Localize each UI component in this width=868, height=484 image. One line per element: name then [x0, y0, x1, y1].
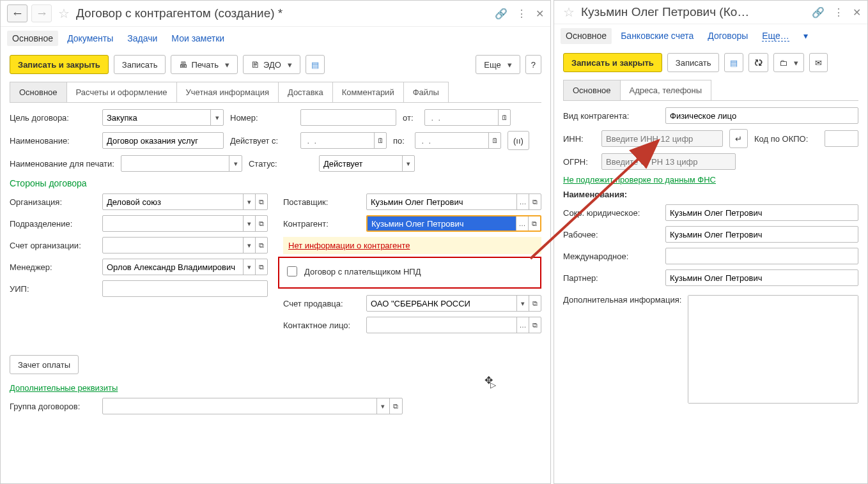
- name-input[interactable]: [102, 132, 224, 149]
- barcode-button[interactable]: (ıı): [508, 131, 529, 150]
- open-icon[interactable]: ⧉: [255, 216, 267, 231]
- link-icon[interactable]: 🔗: [812, 6, 825, 19]
- inn-fill-button[interactable]: ↵: [729, 129, 748, 148]
- kind-select[interactable]: [665, 107, 858, 124]
- kebab-icon[interactable]: ⋮: [833, 6, 844, 19]
- save-and-close-button[interactable]: Записать и закрыть: [563, 53, 662, 72]
- work-input[interactable]: [665, 226, 858, 243]
- tab-delivery[interactable]: Доставка: [278, 82, 333, 102]
- ellipsis-icon[interactable]: …: [516, 317, 529, 333]
- npd-checkbox[interactable]: [287, 266, 297, 276]
- save-button[interactable]: Записать: [114, 55, 166, 74]
- dropdown-icon[interactable]: ▾: [243, 238, 255, 253]
- manager-select[interactable]: ▾⧉: [102, 259, 268, 275]
- attach-button[interactable]: ▤: [306, 55, 325, 74]
- close-icon[interactable]: ✕: [536, 8, 544, 20]
- dropdown-icon[interactable]: ▾: [243, 216, 255, 231]
- nav-contracts[interactable]: Договоры: [708, 31, 748, 42]
- ellipsis-icon[interactable]: …: [516, 216, 528, 231]
- tab-calc[interactable]: Расчеты и оформление: [66, 82, 177, 102]
- offset-button[interactable]: Зачет оплаты: [10, 355, 79, 374]
- valid-from-date[interactable]: 🗓: [300, 132, 387, 149]
- contact-select[interactable]: …⧉: [366, 317, 541, 333]
- open-icon[interactable]: ⧉: [529, 317, 541, 333]
- help-button[interactable]: ?: [525, 55, 541, 74]
- forward-button[interactable]: 🡒: [31, 4, 52, 22]
- dropdown-icon[interactable]: ▾: [402, 156, 414, 171]
- short-input[interactable]: [665, 204, 858, 221]
- inn-input[interactable]: [601, 130, 723, 147]
- partner-input[interactable]: [665, 269, 858, 286]
- nav-bank[interactable]: Банковские счета: [621, 31, 694, 42]
- dropdown-icon[interactable]: ▾: [229, 156, 242, 171]
- kebab-icon[interactable]: ⋮: [516, 8, 527, 20]
- link-icon[interactable]: 🔗: [495, 8, 508, 20]
- nav-main[interactable]: Основное: [561, 28, 612, 44]
- print-button[interactable]: 🖶Печать: [171, 55, 238, 74]
- org-acct-select[interactable]: ▾⧉: [102, 237, 268, 253]
- valid-from-label: Действует с:: [230, 136, 294, 146]
- open-icon[interactable]: ⧉: [255, 194, 267, 209]
- action3-button[interactable]: ✉: [809, 53, 828, 72]
- purpose-select[interactable]: ▾: [102, 109, 224, 126]
- to-date[interactable]: 🗓: [415, 132, 501, 149]
- action1-button[interactable]: 🗘: [748, 53, 768, 72]
- attach-button[interactable]: ▤: [724, 53, 743, 72]
- calendar-icon[interactable]: 🗓: [374, 133, 386, 148]
- counterparty-select[interactable]: …⧉: [366, 215, 541, 232]
- dropdown-icon[interactable]: ▾: [516, 296, 529, 311]
- ellipsis-icon[interactable]: …: [516, 194, 529, 209]
- favorite-icon[interactable]: ☆: [561, 4, 577, 20]
- print-name-input[interactable]: ▾: [121, 155, 242, 172]
- group-select[interactable]: ▾⧉: [102, 398, 403, 414]
- back-button[interactable]: 🡐: [7, 4, 27, 22]
- edo-button[interactable]: 🖹ЭДО: [243, 55, 300, 74]
- tab-main[interactable]: Основное: [563, 80, 621, 100]
- seller-acct-select[interactable]: ▾⧉: [366, 295, 541, 312]
- save-button[interactable]: Записать: [667, 53, 720, 72]
- nav-docs[interactable]: Документы: [67, 33, 113, 43]
- tab-main[interactable]: Основное: [10, 82, 67, 102]
- add-info-textarea[interactable]: [688, 295, 858, 404]
- uip-input[interactable]: [102, 280, 268, 297]
- okpo-input[interactable]: [825, 130, 858, 147]
- open-icon[interactable]: ⧉: [529, 194, 541, 209]
- tab-addr[interactable]: Адреса, телефоны: [620, 80, 712, 100]
- save-and-close-button[interactable]: Записать и закрыть: [10, 55, 109, 74]
- more-button[interactable]: Еще: [476, 55, 520, 74]
- tab-files[interactable]: Файлы: [403, 82, 449, 102]
- contact-label: Контактное лицо:: [283, 321, 360, 330]
- nav-notes[interactable]: Мои заметки: [171, 33, 224, 43]
- dropdown-icon[interactable]: ▾: [243, 259, 255, 275]
- dept-select[interactable]: ▾⧉: [102, 215, 268, 232]
- tab-acct[interactable]: Учетная информация: [176, 82, 279, 102]
- npd-highlight-box: Договор с плательщиком НПД: [278, 257, 541, 289]
- intl-input[interactable]: [665, 248, 858, 264]
- number-input[interactable]: [300, 109, 396, 126]
- ogrn-input[interactable]: [601, 153, 736, 170]
- status-select[interactable]: ▾: [319, 155, 415, 172]
- calendar-icon[interactable]: 🗓: [488, 133, 500, 148]
- open-icon[interactable]: ⧉: [389, 398, 402, 414]
- nav-more[interactable]: Еще…: [762, 31, 789, 42]
- fns-link[interactable]: Не подлежит проверке по данным ФНС: [563, 175, 716, 185]
- open-icon[interactable]: ⧉: [528, 216, 540, 231]
- dropdown-icon[interactable]: ▾: [376, 398, 389, 414]
- open-icon[interactable]: ⧉: [529, 296, 541, 311]
- open-icon[interactable]: ⧉: [255, 259, 267, 275]
- nav-tasks[interactable]: Задачи: [127, 33, 157, 43]
- nav-main[interactable]: Основное: [7, 31, 58, 46]
- favorite-icon[interactable]: ☆: [56, 6, 72, 21]
- close-icon[interactable]: ✕: [853, 6, 861, 19]
- supplier-select[interactable]: …⧉: [366, 193, 541, 210]
- tab-comment[interactable]: Комментарий: [332, 82, 404, 102]
- edo-icon: 🖹: [251, 60, 260, 70]
- no-info-link[interactable]: Нет информации о контрагенте: [288, 241, 410, 250]
- action2-button[interactable]: 🗀: [773, 53, 804, 72]
- from-date[interactable]: 🗓: [424, 109, 511, 126]
- open-icon[interactable]: ⧉: [255, 238, 267, 253]
- org-select[interactable]: ▾⧉: [102, 193, 268, 210]
- calendar-icon[interactable]: 🗓: [498, 110, 510, 125]
- dropdown-icon[interactable]: ▾: [210, 110, 223, 125]
- dropdown-icon[interactable]: ▾: [243, 194, 255, 209]
